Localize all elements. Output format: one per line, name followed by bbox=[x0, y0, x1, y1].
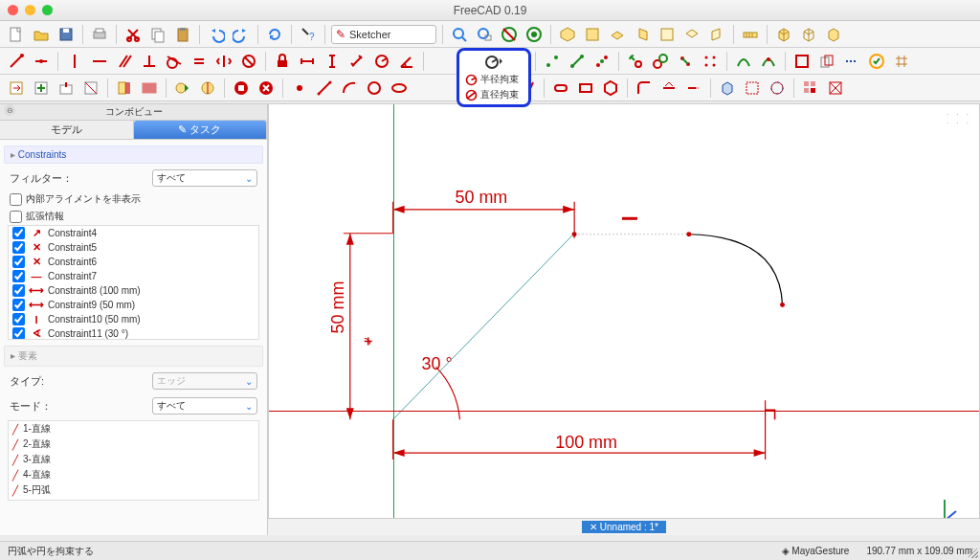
constrain-tangent-button[interactable] bbox=[164, 51, 185, 72]
view-right-button[interactable] bbox=[632, 24, 653, 45]
constraint-checkbox[interactable] bbox=[12, 327, 25, 340]
constraint-checkbox[interactable] bbox=[12, 256, 25, 268]
zoom-fit-button[interactable] bbox=[449, 24, 470, 45]
sk-point-button[interactable] bbox=[289, 78, 310, 99]
panel-close-icon[interactable]: ⊖ bbox=[4, 104, 15, 116]
part-wire-button[interactable] bbox=[798, 24, 819, 45]
redo-button[interactable] bbox=[231, 24, 252, 45]
edit-sketch-button[interactable] bbox=[56, 78, 77, 99]
constraint-checkbox[interactable] bbox=[12, 284, 25, 297]
sk-hex-button[interactable] bbox=[600, 78, 621, 99]
constrain-radius-button[interactable] bbox=[371, 51, 392, 72]
constrain-distance-button[interactable] bbox=[346, 51, 368, 72]
mode-select[interactable]: すべて bbox=[152, 397, 257, 414]
view-top-button[interactable] bbox=[607, 24, 628, 45]
draw-style-2-button[interactable] bbox=[523, 24, 545, 45]
sk-rect-button[interactable] bbox=[575, 78, 596, 99]
section-constraints[interactable]: Constraints bbox=[4, 146, 263, 164]
virtual-space-button[interactable] bbox=[791, 51, 813, 72]
stop-button[interactable] bbox=[231, 78, 252, 99]
workbench-selector[interactable]: Sketcher bbox=[331, 25, 436, 44]
nav-style[interactable]: ◈ MayaGesture bbox=[782, 546, 850, 556]
sk-trim-button[interactable] bbox=[658, 78, 679, 99]
constraint-checkbox[interactable] bbox=[12, 313, 25, 325]
tab-task[interactable]: ✎タスク bbox=[134, 121, 268, 139]
draw-style-button[interactable] bbox=[499, 24, 520, 45]
view-left-button[interactable] bbox=[706, 24, 727, 45]
constraint-row[interactable]: ⟷ Constraint9 (50 mm) bbox=[9, 298, 258, 312]
constrain-symmetric-button[interactable] bbox=[213, 51, 234, 72]
sk-arc-button[interactable] bbox=[339, 78, 360, 99]
constraint-row[interactable]: ✕ Constraint5 bbox=[9, 240, 258, 255]
filter-select[interactable]: すべて bbox=[152, 169, 257, 187]
tab-model[interactable]: モデル bbox=[0, 121, 134, 139]
constrain-distance-y-button[interactable] bbox=[322, 51, 343, 72]
element-list[interactable]: ╱ 1-直線╱ 2-直線╱ 3-直線╱ 4-直線╱ 5-円弧 bbox=[8, 420, 259, 501]
toggle-construction-button[interactable] bbox=[841, 51, 862, 72]
delete-button[interactable] bbox=[256, 78, 277, 99]
mirror-sketch-button[interactable] bbox=[197, 78, 218, 99]
constraint-checkbox[interactable] bbox=[12, 241, 25, 254]
new-file-button[interactable] bbox=[6, 24, 27, 45]
copy-button[interactable] bbox=[147, 24, 168, 45]
constraint-row[interactable]: ∢ Constraint11 (30 °) bbox=[9, 326, 258, 340]
sk-delete-geom-button[interactable] bbox=[825, 78, 846, 99]
constrain-point-on-button[interactable] bbox=[31, 51, 52, 72]
element-row[interactable]: ╱ 1-直線 bbox=[9, 421, 258, 437]
sk-line-button[interactable] bbox=[314, 78, 335, 99]
constrain-lock-button[interactable] bbox=[272, 51, 293, 72]
sk-carbon-button[interactable] bbox=[742, 78, 763, 99]
section-elements[interactable]: 要素 bbox=[4, 346, 263, 367]
constrain-angle-button[interactable] bbox=[396, 51, 417, 72]
zoom-selection-button[interactable] bbox=[474, 24, 495, 45]
constrain-coincident-button[interactable] bbox=[6, 51, 27, 72]
constraint-row[interactable]: ↗ Constraint4 bbox=[9, 226, 258, 240]
nav-cube-icon[interactable]: · · ·· · · bbox=[947, 110, 971, 127]
carbon-copy-button[interactable] bbox=[816, 51, 837, 72]
part-box-button[interactable] bbox=[773, 24, 794, 45]
refresh-button[interactable] bbox=[264, 24, 285, 45]
whats-this-button[interactable]: ? bbox=[298, 24, 319, 45]
element-row[interactable]: ╱ 5-円弧 bbox=[9, 482, 258, 498]
constrain-parallel-button[interactable] bbox=[114, 51, 135, 72]
cut-button[interactable] bbox=[122, 24, 144, 45]
leave-sketch-button[interactable] bbox=[6, 78, 27, 99]
constraint-row[interactable]: ⟷ Constraint8 (100 mm) bbox=[9, 283, 258, 298]
grid-button[interactable] bbox=[891, 51, 912, 72]
new-sketch-button[interactable] bbox=[31, 78, 52, 99]
sk-construction-button[interactable] bbox=[767, 78, 788, 99]
constrain-distance-x-button[interactable] bbox=[297, 51, 318, 72]
view-bottom-button[interactable] bbox=[681, 24, 702, 45]
radius-constraint-item[interactable]: 半径拘束 bbox=[463, 72, 524, 87]
element-row[interactable]: ╱ 2-直線 bbox=[9, 437, 258, 452]
doc-tab[interactable]: ✕ Unnamed : 1* bbox=[582, 521, 666, 533]
sk-slot-button[interactable] bbox=[550, 78, 571, 99]
element-row[interactable]: ╱ 3-直線 bbox=[9, 452, 258, 467]
sk-external-button[interactable] bbox=[717, 78, 738, 99]
bspline-knot-button[interactable] bbox=[758, 51, 779, 72]
geom-point-button[interactable] bbox=[542, 51, 563, 72]
constraint-row[interactable]: I Constraint10 (50 mm) bbox=[9, 312, 258, 326]
geom-line-button[interactable] bbox=[567, 51, 588, 72]
validate-button[interactable] bbox=[139, 78, 160, 99]
merge-sketch-button[interactable] bbox=[172, 78, 193, 99]
constraint-checkbox[interactable] bbox=[12, 299, 25, 311]
sk-extend-button[interactable] bbox=[683, 78, 704, 99]
resize-grip-icon[interactable] bbox=[969, 549, 978, 558]
constrain-block-button[interactable] bbox=[238, 51, 259, 72]
geom-copy-button[interactable] bbox=[650, 51, 671, 72]
sk-circle-button[interactable] bbox=[364, 78, 385, 99]
open-file-button[interactable] bbox=[31, 24, 52, 45]
hide-internal-checkbox[interactable] bbox=[10, 193, 22, 206]
sk-ellipse-button[interactable] bbox=[389, 78, 410, 99]
measure-button[interactable] bbox=[740, 24, 761, 45]
constrain-equal-button[interactable] bbox=[189, 51, 210, 72]
undo-button[interactable] bbox=[206, 24, 227, 45]
print-button[interactable] bbox=[89, 24, 110, 45]
save-button[interactable] bbox=[56, 24, 77, 45]
part-shaded-button[interactable] bbox=[823, 24, 844, 45]
reorient-button[interactable] bbox=[114, 78, 135, 99]
ext-info-checkbox[interactable] bbox=[10, 211, 22, 223]
validate-sketch-button[interactable] bbox=[866, 51, 887, 72]
geom-merge-button[interactable] bbox=[591, 51, 612, 72]
